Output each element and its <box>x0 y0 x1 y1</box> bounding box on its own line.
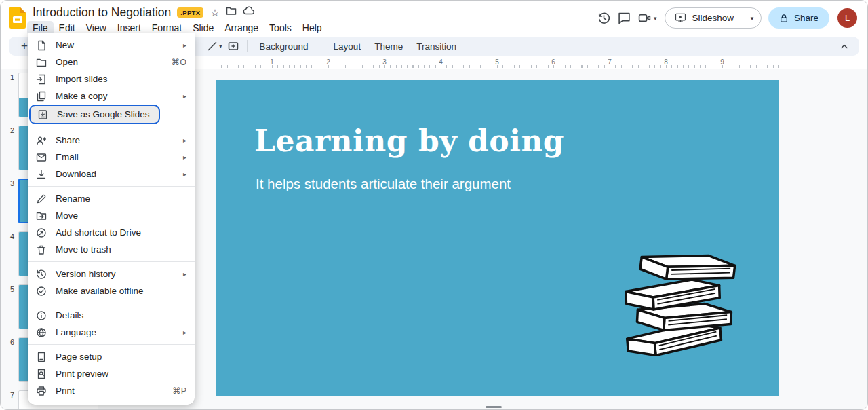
ruler-number: 4 <box>439 58 443 66</box>
slideshow-button[interactable]: Slideshow <box>665 8 743 28</box>
toolbar-separator <box>247 40 248 52</box>
menu-item-open[interactable]: Open ⌘O <box>28 54 195 71</box>
menu-item-new[interactable]: New ▸ <box>28 37 195 54</box>
slide-number: 7 <box>1 390 18 410</box>
menu-item-email[interactable]: Email ▸ <box>28 149 195 166</box>
menu-item-download[interactable]: Download ▸ <box>28 166 195 183</box>
email-icon <box>35 151 47 163</box>
menu-help[interactable]: Help <box>297 21 328 35</box>
insert-placeholder-icon[interactable] <box>225 38 241 54</box>
menu-arrange[interactable]: Arrange <box>219 21 264 35</box>
account-avatar[interactable]: L <box>837 8 857 28</box>
share-label: Share <box>794 13 818 23</box>
slide-number: 4 <box>1 231 18 276</box>
layout-button[interactable]: Layout <box>327 39 368 54</box>
file-menu-dropdown: New ▸ Open ⌘O Import slides Make a copy … <box>28 33 195 405</box>
slideshow-caret-icon[interactable]: ▾ <box>743 8 761 28</box>
cloud-status-icon[interactable] <box>243 5 255 20</box>
menu-item-make-a-copy[interactable]: Make a copy ▸ <box>28 88 195 105</box>
file-menu-group-5: Details Language ▸ <box>28 303 195 344</box>
menu-item-move-to-trash[interactable]: Move to trash <box>28 241 195 258</box>
line-tool-icon[interactable] <box>204 38 220 54</box>
rename-pencil-icon <box>35 193 47 204</box>
move-folder-icon[interactable] <box>226 5 237 19</box>
slide-canvas[interactable]: Learning by doing It helps students arti… <box>216 80 779 396</box>
menu-item-move[interactable]: Move <box>28 207 195 224</box>
import-slides-icon <box>35 73 47 85</box>
submenu-arrow-icon: ▸ <box>183 329 186 336</box>
language-globe-icon <box>35 327 47 338</box>
menu-item-import-slides[interactable]: Import slides <box>28 71 195 88</box>
print-icon <box>35 385 47 396</box>
menu-item-details[interactable]: Details <box>28 307 195 324</box>
shortcut-label: ⌘O <box>172 57 186 67</box>
menu-item-version-history[interactable]: Version history ▸ <box>28 265 195 282</box>
slide-number: 6 <box>1 337 18 382</box>
meet-camera-icon[interactable] <box>635 8 655 29</box>
share-person-icon <box>35 134 47 146</box>
slides-logo[interactable] <box>9 7 26 31</box>
slide-title-textbox[interactable]: Learning by doing <box>254 124 564 158</box>
menu-tools[interactable]: Tools <box>264 21 297 35</box>
horizontal-scrollbar[interactable] <box>486 406 502 408</box>
file-menu-group-3: Rename Move Add shortcut to Drive Move t… <box>28 186 195 261</box>
share-button[interactable]: Share <box>768 7 829 29</box>
page-setup-icon <box>35 351 47 362</box>
ruler-number: 5 <box>495 58 499 66</box>
file-menu-group-1: New ▸ Open ⌘O Import slides Make a copy … <box>28 33 195 128</box>
move-folder-icon <box>35 210 47 221</box>
slide-number: 2 <box>1 126 18 170</box>
drive-shortcut-icon <box>35 227 47 238</box>
menu-item-rename[interactable]: Rename <box>28 190 195 207</box>
horizontal-ruler: 1 2 3 4 5 6 7 8 9 <box>109 58 858 69</box>
ruler-number: 7 <box>608 58 612 66</box>
toolbar-separator <box>321 40 321 52</box>
menu-item-save-as-google-slides[interactable]: Save as Google Slides <box>29 105 160 124</box>
pptx-badge: .PPTX <box>177 7 203 18</box>
file-menu-group-6: Page setup Print preview Print ⌘P <box>28 344 195 403</box>
trash-icon <box>35 244 47 255</box>
slide-subtitle-textbox[interactable]: It helps students articulate their argum… <box>256 176 511 192</box>
version-history-icon[interactable] <box>594 8 614 29</box>
ruler-number: 3 <box>382 58 387 66</box>
ruler-number: 9 <box>720 58 724 66</box>
menu-item-print[interactable]: Print ⌘P <box>28 382 195 399</box>
google-slides-app: Introduction to Negotiation .PPTX ☆ File… <box>0 0 868 410</box>
document-title[interactable]: Introduction to Negotiation <box>33 5 171 20</box>
transition-button[interactable]: Transition <box>410 39 463 54</box>
menu-item-print-preview[interactable]: Print preview <box>28 365 195 382</box>
menu-item-language[interactable]: Language ▸ <box>28 324 195 341</box>
slide-number: 5 <box>1 284 18 329</box>
file-menu-group-2: Share ▸ Email ▸ Download ▸ <box>28 128 195 186</box>
submenu-arrow-icon: ▸ <box>183 270 186 278</box>
submenu-arrow-icon: ▸ <box>183 136 186 144</box>
version-history-icon <box>35 268 47 280</box>
submenu-arrow-icon: ▸ <box>183 153 186 161</box>
ruler-number: 6 <box>551 58 555 66</box>
new-document-icon <box>35 39 47 51</box>
slideshow-label: Slideshow <box>692 13 734 23</box>
books-illustration[interactable] <box>620 245 741 356</box>
menu-item-make-available-offline[interactable]: Make available offline <box>28 282 195 299</box>
slide-number: 3 <box>1 179 18 223</box>
meet-caret-icon[interactable]: ▾ <box>654 15 657 22</box>
submenu-arrow-icon: ▸ <box>183 41 186 49</box>
header-actions: ▾ Slideshow ▾ Share L <box>594 1 867 29</box>
theme-button[interactable]: Theme <box>368 39 410 54</box>
menu-item-share[interactable]: Share ▸ <box>28 132 195 149</box>
info-icon <box>35 310 47 321</box>
collapse-toolbar-icon[interactable] <box>836 38 852 54</box>
line-tool-caret-icon[interactable]: ▾ <box>219 43 222 50</box>
comments-icon[interactable] <box>614 8 635 29</box>
save-as-google-slides-icon <box>37 109 49 120</box>
menu-item-add-shortcut-to-drive[interactable]: Add shortcut to Drive <box>28 224 195 241</box>
submenu-arrow-icon: ▸ <box>183 170 186 178</box>
slide-number: 1 <box>1 73 18 117</box>
slideshow-split-button: Slideshow ▾ <box>665 7 762 29</box>
offline-check-icon <box>35 285 47 297</box>
download-icon <box>35 168 47 180</box>
menu-item-page-setup[interactable]: Page setup <box>28 348 195 365</box>
background-button[interactable]: Background <box>253 39 315 54</box>
star-icon[interactable]: ☆ <box>210 7 219 18</box>
file-menu-group-4: Version history ▸ Make available offline <box>28 261 195 303</box>
